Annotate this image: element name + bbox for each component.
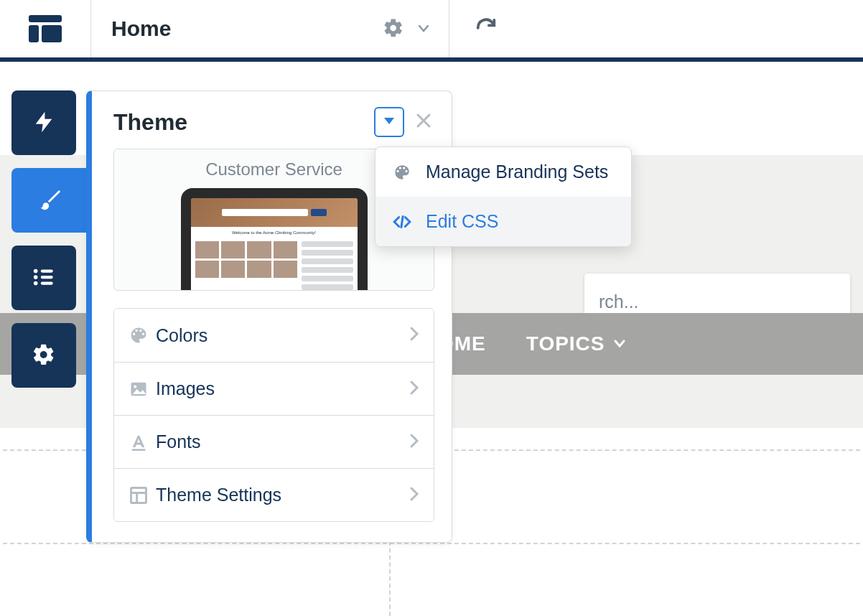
sidebar-page-structure-button[interactable] bbox=[11, 246, 76, 310]
theme-item-colors[interactable]: Colors bbox=[114, 309, 434, 362]
device-frame: Welcome to the Acme Climbing Community! bbox=[181, 188, 368, 291]
svg-rect-8 bbox=[41, 281, 53, 284]
palette-icon bbox=[393, 163, 414, 182]
refresh-cell bbox=[449, 0, 503, 57]
gear-icon bbox=[383, 17, 404, 41]
theme-panel-header: Theme bbox=[92, 91, 452, 149]
svg-point-5 bbox=[34, 275, 38, 279]
theme-item-images[interactable]: Images bbox=[114, 362, 434, 415]
layout-settings-icon bbox=[129, 485, 156, 505]
svg-point-3 bbox=[34, 269, 38, 273]
theme-preview-name: Customer Service bbox=[205, 159, 342, 179]
theme-actions-dropdown[interactable] bbox=[374, 107, 404, 137]
lightning-icon bbox=[32, 110, 56, 136]
top-bar: Home bbox=[0, 0, 863, 62]
theme-panel-title: Theme bbox=[113, 109, 374, 136]
svg-rect-12 bbox=[131, 487, 146, 503]
svg-point-10 bbox=[134, 385, 136, 388]
refresh-icon bbox=[475, 17, 497, 41]
chevron-right-icon bbox=[409, 326, 419, 345]
palette-icon bbox=[129, 325, 156, 345]
svg-rect-11 bbox=[132, 449, 146, 451]
page-tab[interactable]: Home bbox=[90, 0, 449, 57]
svg-rect-6 bbox=[41, 275, 53, 278]
triangle-down-icon bbox=[383, 117, 395, 128]
menu-manage-branding-sets[interactable]: Manage Branding Sets bbox=[375, 147, 631, 197]
sidebar-settings-button[interactable] bbox=[11, 323, 76, 388]
theme-panel-close[interactable] bbox=[413, 108, 434, 136]
theme-item-label: Colors bbox=[156, 325, 409, 346]
close-icon bbox=[416, 111, 432, 133]
image-icon bbox=[129, 379, 156, 399]
chevron-right-icon bbox=[409, 433, 419, 452]
app-logo bbox=[0, 0, 90, 57]
nav-label: TOPICS bbox=[526, 332, 605, 355]
svg-point-7 bbox=[34, 281, 38, 285]
search-placeholder: rch... bbox=[599, 291, 639, 312]
svg-rect-1 bbox=[29, 25, 39, 42]
code-icon bbox=[393, 213, 414, 231]
sidebar-components-button[interactable] bbox=[11, 90, 76, 155]
theme-item-label: Images bbox=[156, 378, 409, 399]
caret-down-icon bbox=[419, 23, 429, 34]
page-tab-dropdown[interactable] bbox=[413, 17, 434, 40]
theme-item-label: Theme Settings bbox=[156, 485, 409, 505]
font-icon bbox=[129, 432, 156, 452]
brush-icon bbox=[39, 187, 63, 214]
theme-options-list: Colors Images Fonts Theme Settings bbox=[113, 308, 434, 522]
menu-edit-css[interactable]: Edit CSS bbox=[375, 197, 631, 246]
site-nav-topics[interactable]: TOPICS bbox=[526, 332, 627, 355]
chevron-right-icon bbox=[409, 380, 419, 398]
builder-canvas: rch... OME TOPICS Theme bbox=[0, 62, 863, 616]
svg-line-15 bbox=[401, 216, 403, 227]
menu-item-label: Manage Branding Sets bbox=[426, 162, 608, 182]
theme-actions-menu: Manage Branding Sets Edit CSS bbox=[375, 146, 632, 247]
layout-icon bbox=[29, 15, 62, 42]
svg-rect-4 bbox=[41, 269, 53, 272]
theme-item-label: Fonts bbox=[156, 431, 409, 452]
builder-sidebar bbox=[11, 90, 90, 388]
sidebar-theme-button[interactable] bbox=[11, 168, 90, 233]
page-settings-button[interactable] bbox=[377, 11, 410, 47]
page-tab-title: Home bbox=[111, 17, 371, 41]
device-screen: Welcome to the Acme Climbing Community! bbox=[191, 198, 358, 291]
refresh-button[interactable] bbox=[470, 11, 503, 47]
theme-item-settings[interactable]: Theme Settings bbox=[114, 468, 434, 521]
menu-item-label: Edit CSS bbox=[426, 211, 498, 232]
svg-rect-2 bbox=[42, 25, 62, 42]
chevron-down-icon bbox=[612, 332, 627, 355]
gear-icon bbox=[32, 342, 56, 369]
theme-item-fonts[interactable]: Fonts bbox=[114, 415, 434, 468]
list-icon bbox=[32, 265, 56, 291]
chevron-right-icon bbox=[409, 486, 419, 505]
svg-rect-0 bbox=[29, 15, 62, 22]
